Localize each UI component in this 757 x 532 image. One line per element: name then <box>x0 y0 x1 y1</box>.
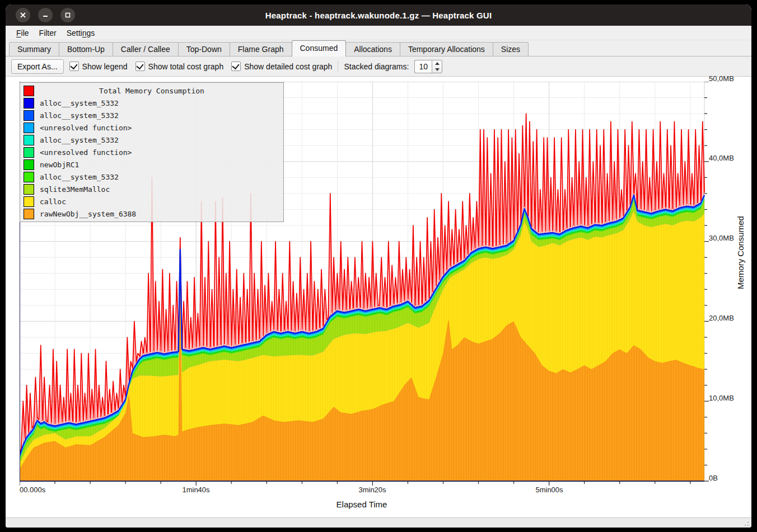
tab-caller-callee[interactable]: Caller / Callee <box>113 42 179 57</box>
y-tick-50: 50,0MB <box>709 74 748 83</box>
menu-bar: FileFilterSettings <box>6 26 751 40</box>
chevron-down-icon <box>435 68 440 71</box>
x-tick-200: 3min20s <box>358 486 386 494</box>
stacked-diagrams-label: Stacked diagrams: <box>344 62 409 71</box>
checkmark-icon <box>231 62 241 71</box>
legend-item: newObjRC1 <box>20 158 283 171</box>
x-tick-0: 00.000s <box>20 486 45 494</box>
legend-label: alloc__system_5332 <box>40 111 119 120</box>
y-tick-20: 20,0MB <box>709 314 748 322</box>
tab-temporary-allocations[interactable]: Temporary Allocations <box>400 42 493 57</box>
stepper-up-button[interactable] <box>432 60 442 67</box>
stacked-diagrams-value[interactable]: 10 <box>414 60 432 73</box>
checkbox-show-legend[interactable]: Show legend <box>69 62 128 71</box>
y-tick-10: 10,0MB <box>709 394 748 402</box>
legend-label: Total Memory Consumption <box>20 87 283 95</box>
checkbox-label: Show legend <box>82 62 128 71</box>
legend-label: alloc__system_5332 <box>40 173 119 181</box>
menu-file[interactable]: File <box>11 27 34 39</box>
x-axis-title: Elapsed Time <box>337 500 387 509</box>
status-bar <box>6 517 751 528</box>
checkbox-show-detailed-cost-graph[interactable]: Show detailed cost graph <box>231 62 332 71</box>
legend-label: rawNewObj__system_6388 <box>40 210 136 218</box>
legend-swatch <box>24 196 34 207</box>
chart-toolbar: Export As... Show legendShow total cost … <box>6 57 751 76</box>
tab-bar: SummaryBottom-UpCaller / CalleeTop-DownF… <box>6 40 751 57</box>
legend-item: alloc__system_5332 <box>20 109 283 121</box>
legend-item: <unresolved function> <box>20 146 283 158</box>
menu-filter[interactable]: Filter <box>34 27 62 39</box>
chevron-up-icon <box>435 62 440 65</box>
legend-item: rawNewObj__system_6388 <box>20 208 283 220</box>
legend-swatch <box>24 184 34 195</box>
legend-swatch <box>24 159 34 170</box>
tab-allocations[interactable]: Allocations <box>345 42 400 57</box>
tab-flame-graph[interactable]: Flame Graph <box>230 42 292 57</box>
legend-label: alloc__system_5332 <box>40 136 119 144</box>
x-tick-100: 1min40s <box>182 486 209 494</box>
y-tick-40: 40,0MB <box>709 154 748 162</box>
y-axis-title: Memory Consumed <box>736 216 745 289</box>
legend-label: <unresolved function> <box>40 148 132 157</box>
checkmark-icon <box>135 62 145 71</box>
y-tick-0: 0B <box>709 474 748 482</box>
legend-item: alloc__system_5332 <box>20 171 283 183</box>
chart-legend: Total Memory Consumptionalloc__system_53… <box>20 82 284 222</box>
legend-item: calloc <box>20 195 283 208</box>
toolbar-separator <box>338 61 338 72</box>
checkmark-icon <box>69 62 79 71</box>
legend-label: alloc__system_5332 <box>40 99 119 107</box>
legend-swatch <box>24 98 34 109</box>
legend-label: calloc <box>40 197 66 206</box>
legend-swatch <box>24 147 34 158</box>
tab-summary[interactable]: Summary <box>9 42 59 57</box>
tab-top-down[interactable]: Top-Down <box>178 42 230 57</box>
checkbox-label: Show total cost graph <box>148 62 224 71</box>
checkbox-show-total-cost-graph[interactable]: Show total cost graph <box>135 62 224 71</box>
legend-label: <unresolved function> <box>40 124 132 132</box>
x-tick-300: 5min00s <box>535 486 563 494</box>
tab-consumed[interactable]: Consumed <box>292 40 347 57</box>
heaptrack-window: Heaptrack - heaptrack.wakunode.1.gz — He… <box>6 4 751 528</box>
legend-swatch <box>24 123 34 133</box>
export-as-button[interactable]: Export As... <box>11 59 64 74</box>
legend-label: newObjRC1 <box>40 161 79 169</box>
window-title: Heaptrack - heaptrack.wakunode.1.gz — He… <box>6 11 751 20</box>
legend-item: alloc__system_5332 <box>20 134 283 146</box>
legend-title-row: Total Memory Consumption <box>20 84 283 97</box>
legend-item: sqlite3MemMalloc <box>20 183 283 195</box>
checkbox-label: Show detailed cost graph <box>244 62 332 71</box>
tab-sizes[interactable]: Sizes <box>493 42 529 57</box>
legend-item: alloc__system_5332 <box>20 97 283 109</box>
stacked-diagrams-stepper[interactable]: 10 <box>414 60 442 73</box>
legend-swatch <box>24 172 34 182</box>
consumed-chart-panel: Total Memory Consumptionalloc__system_53… <box>6 76 751 517</box>
legend-swatch <box>24 209 34 219</box>
tab-bottom-up[interactable]: Bottom-Up <box>59 42 113 57</box>
legend-label: sqlite3MemMalloc <box>40 185 110 194</box>
legend-swatch <box>24 110 34 121</box>
titlebar[interactable]: Heaptrack - heaptrack.wakunode.1.gz — He… <box>6 4 751 26</box>
legend-item: <unresolved function> <box>20 121 283 134</box>
stepper-down-button[interactable] <box>432 67 442 73</box>
legend-swatch <box>24 135 34 145</box>
resize-grip-icon[interactable] <box>742 521 750 528</box>
menu-settings[interactable]: Settings <box>62 27 100 39</box>
